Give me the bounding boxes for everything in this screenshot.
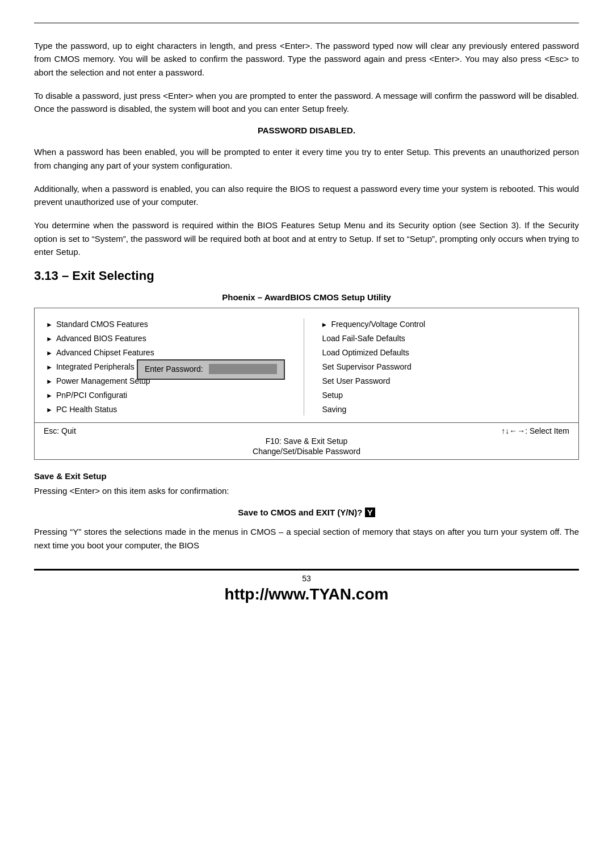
menu-item-freq-voltage[interactable]: ► Frequency/Voltage Control (321, 318, 568, 330)
bios-footer: Esc: Quit ↑↓←→: Select Item F10: Save & … (35, 422, 578, 459)
bios-box-title: Phoenix – AwardBIOS CMOS Setup Utility (34, 292, 579, 302)
esc-quit-label: Esc: Quit (44, 426, 76, 435)
menu-item-pnp-pci[interactable]: ► PnP/PCI Configurati (46, 389, 292, 401)
arrow-icon: ► (46, 334, 53, 344)
save-cmos-line: Save to CMOS and EXIT (Y/N)? Y (34, 508, 579, 517)
paragraph-6: Pressing “Y” stores the selections made … (34, 525, 579, 552)
menu-item-load-failsafe[interactable]: Load Fail-Safe Defaults (321, 333, 568, 345)
section-heading: 3.13 – Exit Selecting (34, 269, 579, 283)
menu-item-setup[interactable]: Setup (321, 389, 568, 401)
bios-footer-row-1: Esc: Quit ↑↓←→: Select Item (44, 426, 569, 435)
arrow-icon: ► (46, 376, 53, 387)
paragraph-3: When a password has been enabled, you wi… (34, 145, 579, 172)
bios-menu-right-col: ► Frequency/Voltage Control Load Fail-Sa… (304, 318, 568, 416)
menu-item-advanced-chipset[interactable]: ► Advanced Chipset Features (46, 347, 292, 359)
menu-item-pc-health[interactable]: ► PC Health Status (46, 404, 292, 416)
page-footer: 53 http://www.TYAN.com (34, 569, 579, 603)
menu-item-load-optimized[interactable]: Load Optimized Defaults (321, 347, 568, 359)
save-exit-heading: Save & Exit Setup (34, 471, 579, 481)
paragraph-1: Type the password, up to eight character… (34, 39, 579, 79)
save-cmos-y-value: Y (365, 508, 375, 517)
menu-item-standard-cmos[interactable]: ► Standard CMOS Features (46, 318, 292, 330)
top-rule (34, 23, 579, 23)
menu-item-advanced-bios[interactable]: ► Advanced BIOS Features (46, 333, 292, 345)
page-number: 53 (34, 574, 579, 583)
paragraph-5: You determine when the password is requi… (34, 219, 579, 258)
bios-footer-bottom: Change/Set/Disable Password (44, 447, 569, 456)
arrow-icon: ► (46, 320, 53, 330)
arrow-icon: ► (46, 405, 53, 415)
paragraph-2: To disable a password, just press <Enter… (34, 89, 579, 116)
bios-footer-f10: F10: Save & Exit Setup (44, 437, 569, 446)
enter-password-label: Enter Password: (145, 364, 203, 374)
password-dialog[interactable]: Enter Password: (137, 359, 285, 380)
page-url: http://www.TYAN.com (34, 585, 579, 603)
bios-setup-box: ► Standard CMOS Features ► Advanced BIOS… (34, 308, 579, 460)
menu-item-saving[interactable]: Saving (321, 404, 568, 416)
menu-item-set-supervisor[interactable]: Set Supervisor Password (321, 361, 568, 373)
save-exit-description: Pressing <Enter> on this item asks for c… (34, 484, 579, 497)
arrow-icon: ► (321, 320, 328, 330)
password-input-field[interactable] (209, 364, 277, 374)
arrow-icon: ► (46, 391, 53, 401)
arrow-icon: ► (46, 362, 53, 372)
paragraph-4: Additionally, when a password is enabled… (34, 182, 579, 209)
password-disabled-label: PASSWORD DISABLED. (34, 125, 579, 135)
bios-menu: ► Standard CMOS Features ► Advanced BIOS… (35, 308, 578, 422)
arrow-icon: ► (46, 348, 53, 358)
menu-item-set-user[interactable]: Set User Password (321, 375, 568, 387)
arrows-select-label: ↑↓←→: Select Item (501, 426, 569, 435)
